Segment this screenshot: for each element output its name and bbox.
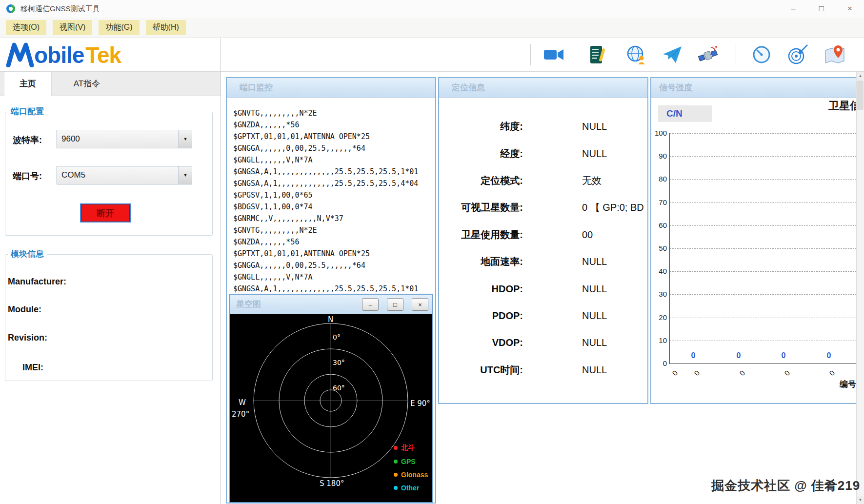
- longitude-value: NULL: [582, 148, 607, 160]
- scroll-down-icon[interactable]: ▼: [857, 496, 864, 504]
- y-tick-label: 60: [652, 221, 667, 229]
- manufacturer-label: Manufacturer:: [8, 277, 66, 287]
- sky-label-west: W: [239, 398, 246, 407]
- port-number-select[interactable]: COM5 ▼: [57, 166, 192, 184]
- table-row: 经度: NULL: [439, 140, 647, 167]
- nmea-line: $GNRMC,,V,,,,,,,,,,N,V*37: [233, 213, 430, 224]
- revision-label: Revision:: [8, 333, 47, 343]
- y-tick-label: 50: [652, 244, 667, 252]
- table-row: 可视卫星数量: 0 【 GP:0; BD: [439, 194, 647, 221]
- latitude-label: 纬度:: [439, 120, 523, 133]
- window-title: 移柯通信GNSS测试工具: [20, 4, 100, 14]
- sky-restore-button[interactable]: □: [387, 298, 403, 311]
- sky-minimize-button[interactable]: –: [362, 298, 379, 311]
- table-row: 卫星使用数量: 00: [439, 222, 647, 248]
- port-monitor-title-bar[interactable]: 端口监控: [227, 78, 435, 98]
- satellite-icon: [697, 43, 719, 66]
- menu-item-options[interactable]: 选项(O): [6, 20, 46, 35]
- gridline: [670, 294, 857, 295]
- nmea-line: $GNVTG,,,,,,,,,N*2E: [233, 224, 430, 236]
- left-panel: 主页 AT指令 端口配置 波特率: 9600 ▼ 端口号: COM5 ▼ 断开 …: [0, 72, 221, 504]
- record-video-button[interactable]: [543, 43, 565, 66]
- vdop-value: NULL: [582, 337, 607, 348]
- log-notebook-button[interactable]: [586, 43, 609, 66]
- close-button[interactable]: ×: [836, 0, 864, 18]
- toolbar: obile Tek: [0, 38, 864, 72]
- watermark: 掘金技术社区 @ 佳肴219: [711, 477, 860, 494]
- legend-item-beidou: 北斗: [394, 444, 415, 452]
- x-axis: [669, 363, 857, 364]
- hdop-label: HDOP:: [439, 283, 523, 295]
- nmea-line: $GNGGA,,,,,,0,00,25.5,,,,,,*64: [233, 260, 430, 271]
- bar-value-label: 0: [778, 351, 789, 360]
- speed-gauge-button[interactable]: [750, 43, 773, 66]
- sky-plot: N 0° 30° 60° E 90° W 270° S 180° 北斗 GPS …: [230, 314, 432, 502]
- signal-strength-title-bar: 信号强度: [651, 78, 863, 98]
- beidou-dot-icon: [394, 446, 398, 450]
- imei-label: IMEI:: [22, 363, 43, 373]
- table-row: UTC时间: NULL: [439, 357, 647, 383]
- gridline: [670, 225, 857, 226]
- x-tick-label: 0: [827, 369, 836, 378]
- pdop-label: PDOP:: [439, 310, 523, 322]
- title-bar: 移柯通信GNSS测试工具 – □ ×: [0, 0, 864, 18]
- tab-home[interactable]: 主页: [4, 72, 52, 96]
- chevron-down-icon[interactable]: ▼: [179, 166, 192, 184]
- y-tick-label: 30: [652, 290, 667, 298]
- x-tick-label: 0: [783, 369, 791, 378]
- minimize-button[interactable]: –: [779, 0, 807, 18]
- scrollbar-thumb[interactable]: [857, 81, 864, 110]
- baud-rate-label: 波特率:: [13, 134, 42, 146]
- application-window: 移柯通信GNSS测试工具 – □ × 选项(O) 视图(V) 功能(G) 帮助(…: [0, 0, 864, 504]
- sky-label-west-deg: 270°: [232, 410, 249, 419]
- logo-m-icon: [6, 42, 34, 67]
- gridline: [670, 318, 857, 318]
- legend-label: 北斗: [401, 444, 415, 452]
- legend-label: Other: [401, 484, 419, 492]
- satellite-button[interactable]: [697, 43, 719, 66]
- nmea-line: $GNVTG,,,,,,,,,N*2E: [233, 107, 430, 119]
- maximize-button[interactable]: □: [807, 0, 836, 18]
- ground-speed-value: NULL: [582, 256, 607, 267]
- signal-strength-title: 信号强度: [659, 82, 692, 93]
- agps-globe-button[interactable]: [625, 43, 647, 66]
- y-tick-label: 40: [652, 267, 667, 275]
- toolbar-separator: [530, 44, 531, 65]
- vertical-scrollbar[interactable]: ▲ ▼: [856, 72, 864, 504]
- menu-item-help[interactable]: 帮助(H): [146, 20, 186, 35]
- send-upgrade-button[interactable]: [661, 43, 683, 66]
- x-tick-label: 0: [670, 369, 679, 378]
- legend-item-other: Other: [394, 484, 419, 492]
- longitude-label: 经度:: [439, 147, 523, 161]
- menu-item-function[interactable]: 功能(G): [99, 20, 139, 35]
- menu-item-view[interactable]: 视图(V): [53, 20, 92, 35]
- gridline: [670, 248, 857, 249]
- chevron-down-icon[interactable]: ▼: [179, 130, 192, 148]
- signal-strength-panel: 信号强度 卫星信 C/N 100 90 80 70 60 50 40 30 20…: [650, 77, 864, 404]
- baud-rate-select[interactable]: 9600 ▼: [57, 130, 192, 148]
- gps-dot-icon: [394, 460, 398, 464]
- utc-time-value: NULL: [582, 364, 607, 376]
- gridline: [670, 341, 857, 341]
- app-icon: [6, 4, 16, 14]
- sky-label-east: E 90°: [410, 399, 430, 408]
- map-location-button[interactable]: [824, 43, 846, 66]
- cn-series-label: C/N: [658, 105, 712, 122]
- other-dot-icon: [394, 486, 398, 490]
- y-tick-label: 100: [652, 129, 667, 137]
- nmea-line: $GNZDA,,,,,,*56: [233, 236, 430, 248]
- bar-value-label: 0: [823, 351, 835, 360]
- map-pin-icon: [824, 43, 846, 66]
- disconnect-button[interactable]: 断开: [80, 203, 131, 222]
- table-row: 地面速率: NULL: [439, 248, 647, 275]
- tab-at-command[interactable]: AT指令: [51, 72, 123, 96]
- logo-text-tek: Tek: [85, 43, 121, 67]
- sky-label-elev0: 0°: [333, 333, 341, 341]
- window-controls: – □ ×: [779, 0, 864, 18]
- position-info-title-bar: 定位信息: [439, 78, 647, 98]
- scroll-up-icon[interactable]: ▲: [857, 72, 864, 80]
- ground-speed-label: 地面速率:: [439, 255, 523, 268]
- sky-close-button[interactable]: ×: [412, 298, 428, 311]
- precision-target-button[interactable]: [786, 43, 809, 66]
- sky-map-window: 星空图 – □ × N 0° 30° 60° E 90° W 270° S 18…: [229, 294, 433, 503]
